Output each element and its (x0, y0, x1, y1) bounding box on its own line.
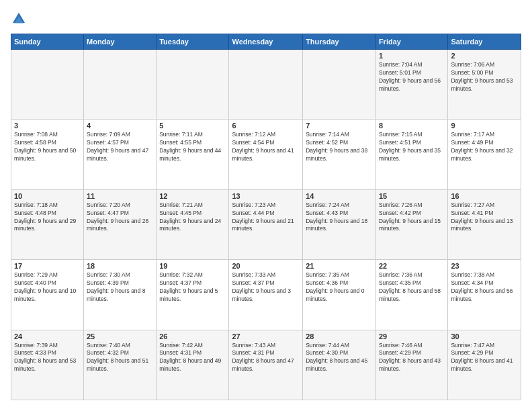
calendar-cell: 21Sunrise: 7:35 AM Sunset: 4:36 PM Dayli… (303, 260, 376, 330)
day-number: 6 (232, 122, 300, 130)
calendar-cell (11, 50, 84, 120)
weekday-header: Friday (375, 34, 447, 50)
calendar-cell (157, 50, 229, 120)
day-info: Sunrise: 7:15 AM Sunset: 4:51 PM Dayligh… (379, 131, 445, 163)
calendar-cell: 25Sunrise: 7:40 AM Sunset: 4:32 PM Dayli… (84, 330, 157, 400)
weekday-header: Wednesday (229, 34, 303, 50)
day-info: Sunrise: 7:14 AM Sunset: 4:52 PM Dayligh… (306, 131, 373, 163)
day-number: 22 (379, 262, 445, 270)
calendar-cell: 14Sunrise: 7:24 AM Sunset: 4:43 PM Dayli… (303, 189, 376, 259)
weekday-header: Tuesday (157, 34, 229, 50)
calendar-cell (303, 50, 376, 120)
calendar-cell: 30Sunrise: 7:47 AM Sunset: 4:29 PM Dayli… (448, 330, 521, 400)
day-number: 2 (451, 52, 518, 60)
day-info: Sunrise: 7:43 AM Sunset: 4:31 PM Dayligh… (232, 342, 300, 374)
day-number: 26 (159, 332, 226, 340)
day-info: Sunrise: 7:32 AM Sunset: 4:37 PM Dayligh… (159, 271, 226, 304)
calendar-week-row: 24Sunrise: 7:39 AM Sunset: 4:33 PM Dayli… (11, 330, 521, 400)
day-number: 29 (379, 332, 445, 340)
calendar-cell: 24Sunrise: 7:39 AM Sunset: 4:33 PM Dayli… (11, 330, 84, 400)
calendar-cell: 26Sunrise: 7:42 AM Sunset: 4:31 PM Dayli… (157, 330, 229, 400)
day-number: 18 (87, 262, 153, 270)
day-number: 9 (451, 122, 518, 130)
page: SundayMondayTuesdayWednesdayThursdayFrid… (0, 0, 532, 411)
calendar-week-row: 10Sunrise: 7:18 AM Sunset: 4:48 PM Dayli… (11, 189, 521, 259)
day-number: 4 (87, 122, 153, 130)
calendar-table: SundayMondayTuesdayWednesdayThursdayFrid… (11, 34, 521, 400)
calendar-cell: 10Sunrise: 7:18 AM Sunset: 4:48 PM Dayli… (11, 189, 84, 259)
day-number: 17 (14, 262, 81, 270)
day-number: 1 (379, 52, 445, 60)
day-info: Sunrise: 7:21 AM Sunset: 4:45 PM Dayligh… (159, 201, 226, 234)
calendar-cell: 9Sunrise: 7:17 AM Sunset: 4:49 PM Daylig… (448, 120, 521, 189)
calendar-cell: 3Sunrise: 7:08 AM Sunset: 4:58 PM Daylig… (11, 120, 84, 189)
header (11, 11, 521, 27)
day-info: Sunrise: 7:04 AM Sunset: 5:01 PM Dayligh… (379, 61, 445, 93)
calendar-week-row: 3Sunrise: 7:08 AM Sunset: 4:58 PM Daylig… (11, 120, 521, 189)
day-number: 28 (306, 332, 373, 340)
calendar-cell: 16Sunrise: 7:27 AM Sunset: 4:41 PM Dayli… (448, 189, 521, 259)
weekday-header: Thursday (303, 34, 376, 50)
calendar-cell: 18Sunrise: 7:30 AM Sunset: 4:39 PM Dayli… (84, 260, 157, 330)
calendar-cell: 2Sunrise: 7:06 AM Sunset: 5:00 PM Daylig… (448, 50, 521, 120)
day-info: Sunrise: 7:39 AM Sunset: 4:33 PM Dayligh… (14, 342, 81, 374)
calendar-cell: 19Sunrise: 7:32 AM Sunset: 4:37 PM Dayli… (157, 260, 229, 330)
day-number: 21 (306, 262, 373, 270)
day-info: Sunrise: 7:42 AM Sunset: 4:31 PM Dayligh… (159, 342, 226, 374)
day-number: 12 (159, 192, 226, 200)
calendar-cell: 4Sunrise: 7:09 AM Sunset: 4:57 PM Daylig… (84, 120, 157, 189)
day-info: Sunrise: 7:27 AM Sunset: 4:41 PM Dayligh… (451, 201, 518, 234)
calendar-cell: 7Sunrise: 7:14 AM Sunset: 4:52 PM Daylig… (303, 120, 376, 189)
calendar-cell (84, 50, 157, 120)
calendar-cell (229, 50, 303, 120)
calendar-cell: 11Sunrise: 7:20 AM Sunset: 4:47 PM Dayli… (84, 189, 157, 259)
day-number: 30 (451, 332, 518, 340)
day-info: Sunrise: 7:20 AM Sunset: 4:47 PM Dayligh… (87, 201, 153, 234)
calendar-cell: 15Sunrise: 7:26 AM Sunset: 4:42 PM Dayli… (375, 189, 447, 259)
calendar-cell: 8Sunrise: 7:15 AM Sunset: 4:51 PM Daylig… (375, 120, 447, 189)
day-info: Sunrise: 7:35 AM Sunset: 4:36 PM Dayligh… (306, 271, 373, 304)
calendar-cell: 12Sunrise: 7:21 AM Sunset: 4:45 PM Dayli… (157, 189, 229, 259)
day-info: Sunrise: 7:30 AM Sunset: 4:39 PM Dayligh… (87, 271, 153, 304)
calendar-cell: 29Sunrise: 7:46 AM Sunset: 4:29 PM Dayli… (375, 330, 447, 400)
calendar-cell: 23Sunrise: 7:38 AM Sunset: 4:34 PM Dayli… (448, 260, 521, 330)
day-info: Sunrise: 7:26 AM Sunset: 4:42 PM Dayligh… (379, 201, 445, 234)
day-info: Sunrise: 7:08 AM Sunset: 4:58 PM Dayligh… (14, 131, 81, 163)
calendar-cell: 5Sunrise: 7:11 AM Sunset: 4:55 PM Daylig… (157, 120, 229, 189)
weekday-header: Sunday (11, 34, 84, 50)
day-info: Sunrise: 7:17 AM Sunset: 4:49 PM Dayligh… (451, 131, 518, 163)
day-number: 10 (14, 192, 81, 200)
day-info: Sunrise: 7:23 AM Sunset: 4:44 PM Dayligh… (232, 201, 300, 234)
day-number: 11 (87, 192, 153, 200)
day-info: Sunrise: 7:44 AM Sunset: 4:30 PM Dayligh… (306, 342, 373, 374)
day-info: Sunrise: 7:18 AM Sunset: 4:48 PM Dayligh… (14, 201, 81, 234)
day-number: 19 (159, 262, 226, 270)
calendar-week-row: 1Sunrise: 7:04 AM Sunset: 5:01 PM Daylig… (11, 50, 521, 120)
day-number: 24 (14, 332, 81, 340)
day-info: Sunrise: 7:33 AM Sunset: 4:37 PM Dayligh… (232, 271, 300, 304)
day-info: Sunrise: 7:38 AM Sunset: 4:34 PM Dayligh… (451, 271, 518, 304)
day-number: 3 (14, 122, 81, 130)
day-info: Sunrise: 7:11 AM Sunset: 4:55 PM Dayligh… (159, 131, 226, 163)
logo (11, 11, 30, 27)
calendar-cell: 22Sunrise: 7:36 AM Sunset: 4:35 PM Dayli… (375, 260, 447, 330)
day-number: 25 (87, 332, 153, 340)
day-info: Sunrise: 7:24 AM Sunset: 4:43 PM Dayligh… (306, 201, 373, 234)
day-info: Sunrise: 7:36 AM Sunset: 4:35 PM Dayligh… (379, 271, 445, 304)
day-info: Sunrise: 7:40 AM Sunset: 4:32 PM Dayligh… (87, 342, 153, 374)
day-number: 27 (232, 332, 300, 340)
day-number: 13 (232, 192, 300, 200)
day-info: Sunrise: 7:12 AM Sunset: 4:54 PM Dayligh… (232, 131, 300, 163)
calendar-cell: 17Sunrise: 7:29 AM Sunset: 4:40 PM Dayli… (11, 260, 84, 330)
day-info: Sunrise: 7:47 AM Sunset: 4:29 PM Dayligh… (451, 342, 518, 374)
day-info: Sunrise: 7:29 AM Sunset: 4:40 PM Dayligh… (14, 271, 81, 304)
day-number: 23 (451, 262, 518, 270)
calendar-cell: 20Sunrise: 7:33 AM Sunset: 4:37 PM Dayli… (229, 260, 303, 330)
calendar-cell: 6Sunrise: 7:12 AM Sunset: 4:54 PM Daylig… (229, 120, 303, 189)
day-number: 7 (306, 122, 373, 130)
day-info: Sunrise: 7:06 AM Sunset: 5:00 PM Dayligh… (451, 61, 518, 93)
day-info: Sunrise: 7:46 AM Sunset: 4:29 PM Dayligh… (379, 342, 445, 374)
day-info: Sunrise: 7:09 AM Sunset: 4:57 PM Dayligh… (87, 131, 153, 163)
day-number: 14 (306, 192, 373, 200)
logo-icon (11, 11, 27, 27)
